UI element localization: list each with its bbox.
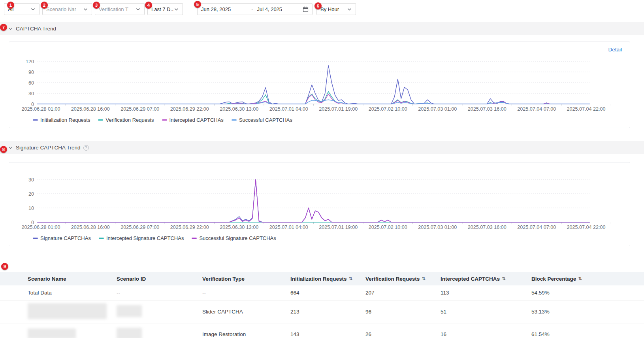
redacted-value bbox=[28, 329, 76, 338]
section-header-signature-captcha-trend[interactable]: Signature CAPTCHA Trend ? bbox=[0, 141, 644, 154]
granularity-filter-dropdown[interactable]: By Hour bbox=[316, 3, 356, 15]
collapse-chevron-icon[interactable] bbox=[8, 145, 13, 150]
legend-marker-icon bbox=[232, 119, 237, 121]
legend-marker-icon bbox=[99, 238, 104, 239]
detail-link[interactable]: Detail bbox=[608, 47, 622, 53]
svg-text:2025.06.29 07:00: 2025.06.29 07:00 bbox=[121, 225, 159, 230]
legend-label: Initialization Requests bbox=[40, 117, 90, 123]
date-end-value[interactable]: Jul 4, 2025 bbox=[257, 6, 303, 12]
table-row: Total Data----66420711354.59% bbox=[0, 285, 644, 300]
series-line-3 bbox=[38, 100, 589, 104]
legend-item[interactable]: Signature CAPTCHAs bbox=[33, 235, 91, 241]
legend-marker-icon bbox=[98, 119, 103, 121]
redacted-value bbox=[28, 303, 107, 319]
table-row: Slider CAPTCHA213965153.13% bbox=[0, 300, 644, 323]
cell-intercepted-captchas: 51 bbox=[441, 309, 531, 315]
chevron-down-icon bbox=[136, 7, 141, 12]
col-header-scenario-name: Scenario Name bbox=[28, 276, 117, 282]
sort-icon[interactable]: ⇅ bbox=[578, 276, 582, 281]
svg-text:2025.06.29 07:00: 2025.06.29 07:00 bbox=[121, 106, 159, 112]
svg-text:2025.06.28 01:00: 2025.06.28 01:00 bbox=[21, 225, 60, 230]
svg-text:2025.07.03 16:00: 2025.07.03 16:00 bbox=[468, 106, 507, 112]
cell-scenario-id bbox=[117, 305, 202, 318]
table-row: Image Restoration143261661.54% bbox=[0, 323, 644, 338]
section-header-captcha-trend[interactable]: CAPTCHA Trend bbox=[0, 22, 644, 35]
time-range-filter-dropdown[interactable]: Last 7 D... bbox=[147, 3, 183, 15]
redacted-value bbox=[117, 328, 142, 338]
verification-type-filter-dropdown[interactable]: Verification T bbox=[95, 3, 145, 15]
svg-text:2025.07.04 22:00: 2025.07.04 22:00 bbox=[567, 225, 606, 230]
svg-text:2025.07.01 04:00: 2025.07.01 04:00 bbox=[269, 225, 308, 230]
svg-text:90: 90 bbox=[28, 70, 34, 75]
calendar-icon[interactable] bbox=[303, 6, 309, 12]
collapse-chevron-icon[interactable] bbox=[8, 26, 13, 31]
legend-item[interactable]: Intercepted Signature CAPTCHAs bbox=[99, 235, 184, 241]
legend-marker-icon bbox=[33, 238, 38, 239]
svg-text:20: 20 bbox=[28, 191, 34, 197]
signature-captcha-trend-legend: Signature CAPTCHAsIntercepted Signature … bbox=[33, 235, 624, 241]
annotation-badge-2: 2 bbox=[41, 2, 48, 9]
svg-text:2025.07.01 04:00: 2025.07.01 04:00 bbox=[269, 106, 308, 112]
series-line-0 bbox=[38, 66, 589, 104]
captcha-trend-legend: Initialization RequestsVerification Requ… bbox=[33, 117, 624, 123]
cell-scenario-name: Total Data bbox=[28, 290, 117, 296]
legend-item[interactable]: Initialization Requests bbox=[33, 117, 90, 123]
cell-verification-type: Slider CAPTCHA bbox=[202, 309, 290, 315]
svg-text:2025.07.04 07:00: 2025.07.04 07:00 bbox=[517, 106, 556, 112]
svg-text:2025.07.03 16:00: 2025.07.03 16:00 bbox=[468, 225, 507, 230]
sort-icon[interactable]: ⇅ bbox=[502, 276, 506, 281]
series-line-2 bbox=[38, 179, 589, 222]
cell-verification-requests: 207 bbox=[365, 290, 441, 296]
cell-block-percentage: 61.54% bbox=[531, 331, 644, 337]
svg-text:2025.07.01 19:00: 2025.07.01 19:00 bbox=[319, 106, 358, 112]
time-range-value: Last 7 D... bbox=[151, 6, 174, 12]
captcha-trend-chart: 03060901202025.06.28 01:002025.06.28 16:… bbox=[15, 55, 624, 115]
legend-label: Intercepted CAPTCHAs bbox=[169, 117, 224, 123]
scenario-name-placeholder: Scenario Nar bbox=[46, 6, 76, 12]
svg-text:2025.07.01 19:00: 2025.07.01 19:00 bbox=[319, 225, 358, 230]
cell-block-percentage: 53.13% bbox=[531, 309, 644, 315]
legend-label: Intercepted Signature CAPTCHAs bbox=[106, 235, 184, 241]
chevron-down-icon bbox=[30, 7, 36, 12]
sort-icon[interactable]: ⇅ bbox=[349, 276, 353, 281]
captcha-trend-card: Detail 03060901202025.06.28 01:002025.06… bbox=[9, 42, 630, 128]
legend-label: Signature CAPTCHAs bbox=[40, 235, 91, 241]
annotation-badge-4: 4 bbox=[145, 2, 152, 9]
annotation-badge-5: 5 bbox=[194, 1, 201, 8]
svg-text:2025.06.28 01:00: 2025.06.28 01:00 bbox=[21, 106, 60, 112]
chevron-down-icon bbox=[83, 7, 88, 12]
date-range-picker[interactable]: Jun 28, 2025 - Jul 4, 2025 bbox=[197, 3, 313, 15]
sort-icon[interactable]: ⇅ bbox=[422, 276, 426, 281]
svg-text:10: 10 bbox=[28, 206, 34, 211]
col-header-block-percentage: Block Percentage⇅ bbox=[531, 276, 644, 282]
cell-scenario-name bbox=[28, 303, 117, 320]
cell-initialization-requests: 213 bbox=[290, 309, 365, 315]
svg-text:60: 60 bbox=[28, 80, 34, 86]
date-start-value[interactable]: Jun 28, 2025 bbox=[201, 6, 251, 12]
legend-item[interactable]: Verification Requests bbox=[98, 117, 154, 123]
cell-scenario-id bbox=[117, 328, 202, 338]
section-title-signature-captcha-trend: Signature CAPTCHA Trend bbox=[16, 145, 81, 151]
annotation-badge-8: 8 bbox=[0, 146, 7, 153]
date-separator: - bbox=[251, 6, 253, 12]
legend-marker-icon bbox=[33, 119, 38, 121]
svg-text:2025.07.03 01:00: 2025.07.03 01:00 bbox=[418, 106, 457, 112]
legend-item[interactable]: Successful CAPTCHAs bbox=[232, 117, 292, 123]
signature-captcha-trend-chart: 01020302025.06.28 01:002025.06.28 16:002… bbox=[15, 174, 624, 234]
scenario-name-filter-dropdown[interactable]: Scenario Nar bbox=[42, 3, 92, 15]
help-icon[interactable]: ? bbox=[83, 145, 89, 151]
annotation-badge-1: 1 bbox=[7, 2, 14, 9]
legend-item[interactable]: Successful Signature CAPTCHAs bbox=[192, 235, 276, 241]
col-header-scenario-id: Scenario ID bbox=[117, 276, 202, 282]
cell-block-percentage: 54.59% bbox=[531, 290, 644, 296]
annotation-badge-7: 7 bbox=[0, 24, 7, 31]
svg-text:2025.07.02 10:00: 2025.07.02 10:00 bbox=[369, 106, 407, 112]
signature-captcha-trend-card: 01020302025.06.28 01:002025.06.28 16:002… bbox=[9, 162, 630, 246]
granularity-value: By Hour bbox=[320, 6, 339, 12]
table-header-row: Scenario Name Scenario ID Verification T… bbox=[0, 272, 644, 285]
cell-verification-type: -- bbox=[202, 290, 290, 296]
svg-text:30: 30 bbox=[28, 177, 34, 183]
legend-item[interactable]: Intercepted CAPTCHAs bbox=[162, 117, 224, 123]
col-header-initialization-requests: Initialization Requests⇅ bbox=[290, 276, 365, 282]
col-header-verification-requests: Verification Requests⇅ bbox=[365, 276, 441, 282]
